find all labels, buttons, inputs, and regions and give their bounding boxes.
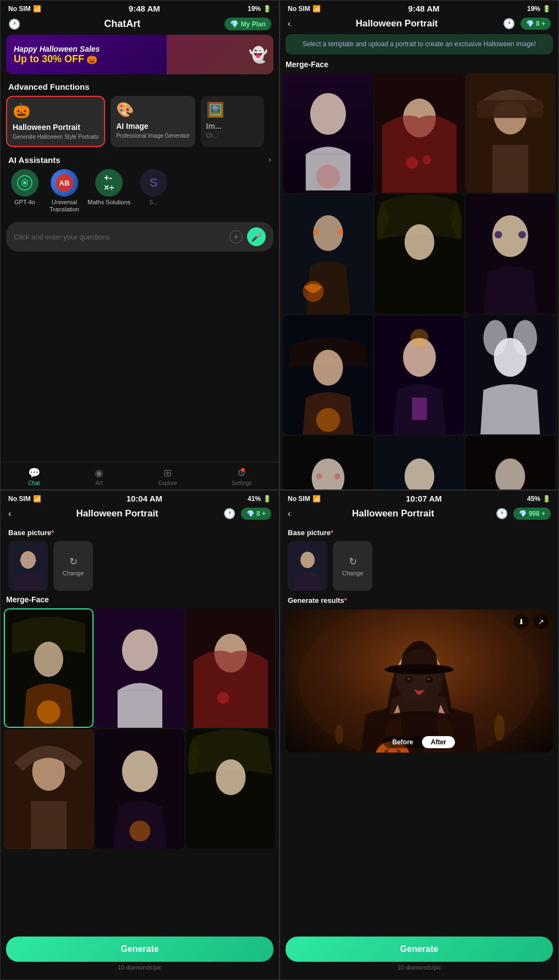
carrier-3: No SIM — [8, 495, 31, 503]
my-plan-button[interactable]: 💎 My Plan — [224, 18, 271, 30]
template-1[interactable] — [283, 73, 373, 193]
wifi-icon-2: 📶 — [313, 5, 321, 13]
battery-2: 19% 🔋 — [527, 5, 551, 13]
generate-button-4[interactable]: Generate — [286, 937, 553, 962]
svg-point-20 — [404, 224, 434, 260]
required-indicator: * — [51, 529, 54, 537]
p4-header-right: 🕐 💎 998 + — [496, 508, 551, 520]
battery-icon-4: 🔋 — [542, 495, 551, 503]
download-button[interactable]: ⬇ — [513, 614, 529, 629]
battery-3: 41% 🔋 — [248, 495, 271, 503]
search-bar[interactable]: Click and enter your questions + 🎤 — [6, 222, 273, 252]
result-overlay: Before After — [286, 732, 553, 753]
svg-point-71 — [407, 678, 410, 680]
svg-rect-13 — [478, 100, 543, 118]
history-icon[interactable]: 🕐 — [503, 18, 515, 30]
carrier-1: No SIM — [8, 5, 31, 13]
nav-settings[interactable]: ⚙ Settings — [232, 467, 251, 486]
settings-nav-label: Settings — [232, 480, 251, 486]
time-1: 9:48 AM — [129, 4, 160, 13]
template-9[interactable] — [465, 315, 555, 435]
change-button[interactable]: ↻ Change — [53, 541, 93, 591]
template-3[interactable] — [465, 73, 555, 193]
nav-chat[interactable]: 💬 Chat — [28, 467, 40, 486]
template-7[interactable] — [283, 315, 373, 435]
before-label[interactable]: Before — [383, 736, 422, 748]
function-ai-image[interactable]: 🎨 AI Image Professional Image Generator — [111, 96, 195, 147]
template-4[interactable] — [283, 194, 373, 314]
other-assistant-label: S... — [149, 199, 158, 206]
base-picture-section-4: Base picture* ↻ Change — [280, 524, 558, 595]
template-3-3[interactable] — [186, 608, 276, 728]
template-3-4[interactable] — [4, 729, 94, 849]
template-11[interactable] — [375, 436, 464, 490]
base-pic-thumbnail-4[interactable] — [288, 541, 327, 591]
function-other[interactable]: 🖼️ Im... Ch... — [201, 96, 264, 147]
template-12[interactable] — [465, 436, 555, 490]
credits-value-4: 998 + — [529, 510, 545, 518]
search-placeholder-text: Click and enter your questions — [14, 233, 225, 241]
nav-explore[interactable]: ⊞ Explore — [158, 467, 177, 486]
chat-nav-label: Chat — [28, 480, 40, 486]
ai-image-emoji: 🎨 — [116, 101, 189, 118]
template-3-2[interactable] — [95, 608, 185, 728]
back-button-4[interactable]: ‹ — [288, 509, 291, 519]
template-8[interactable] — [375, 315, 464, 435]
app-title: ChatArt — [104, 18, 140, 30]
back-button[interactable]: ‹ — [288, 19, 291, 29]
template-3-1[interactable] — [4, 608, 94, 728]
translate-icon: AB — [51, 169, 78, 197]
credits-button-3[interactable]: 💎 8 + — [241, 508, 271, 520]
art-nav-label: Art — [96, 480, 103, 486]
svg-point-1 — [23, 181, 26, 184]
assistant-gpt4o[interactable]: GPT-4o — [8, 169, 41, 213]
svg-point-64 — [300, 552, 315, 568]
svg-point-34 — [484, 320, 507, 356]
info-banner: Select a template and upload a portrait … — [286, 34, 553, 55]
add-icon[interactable]: + — [229, 230, 243, 243]
other-assistant-icon: S — [140, 169, 167, 197]
refresh-icon-4: ↻ — [349, 556, 357, 568]
svg-rect-12 — [492, 145, 528, 193]
generate-button-3[interactable]: Generate — [6, 937, 273, 962]
p2-header-right: 🕐 💎 8 + — [503, 18, 551, 30]
p1-header: 🕐 ChatArt 💎 My Plan — [1, 15, 279, 35]
change-button-4[interactable]: ↻ Change — [333, 541, 372, 591]
p4-header: ‹ Halloween Portrait 🕐 💎 998 + — [280, 505, 558, 524]
assistant-maths[interactable]: +-×÷ Maths Solutions — [87, 169, 130, 213]
time-3: 10:04 AM — [127, 494, 162, 503]
assistant-translation[interactable]: AB UniversalTranslation — [48, 169, 81, 213]
svg-point-50 — [122, 629, 157, 671]
after-label[interactable]: After — [422, 736, 455, 748]
assistant-other[interactable]: S S... — [137, 169, 170, 213]
template-3-5[interactable] — [95, 729, 185, 849]
credits-button[interactable]: 💎 8 + — [520, 18, 551, 30]
template-2[interactable] — [375, 73, 464, 193]
history-icon-3[interactable]: 🕐 — [223, 508, 235, 520]
mic-button[interactable]: 🎤 — [247, 227, 266, 246]
base-pics-row-4: ↻ Change — [288, 541, 551, 591]
result-actions: ⬇ ↗ — [513, 614, 549, 629]
halloween-banner[interactable]: Happy Halloween Sales Up to 30% OFF 🎃 👻 — [6, 35, 273, 74]
svg-rect-30 — [412, 398, 426, 420]
battery-icon-2: 🔋 — [542, 5, 551, 13]
back-button-3[interactable]: ‹ — [8, 509, 11, 519]
credits-button-4[interactable]: 💎 998 + — [513, 508, 551, 520]
ai-section-header: AI Assistants › — [1, 153, 279, 169]
before-after-toggle[interactable]: Before After — [383, 736, 455, 748]
function-halloween-portrait[interactable]: 🎃 Halloween Portrait Generate Halloween … — [6, 96, 105, 147]
history-icon-4[interactable]: 🕐 — [496, 508, 508, 520]
credits-value: 8 + — [536, 20, 545, 28]
art-icon: ◉ — [95, 467, 103, 479]
template-3-6[interactable] — [186, 729, 276, 849]
panel-halloween-templates: No SIM 📶 9:48 AM 19% 🔋 ‹ Halloween Portr… — [280, 0, 559, 490]
base-pic-thumbnail[interactable] — [8, 541, 48, 591]
template-6[interactable] — [465, 194, 555, 314]
nav-art[interactable]: ◉ Art — [95, 467, 103, 486]
wifi-icon-1: 📶 — [33, 5, 41, 13]
chevron-right-icon[interactable]: › — [268, 155, 271, 165]
template-5[interactable] — [375, 194, 464, 314]
template-10[interactable] — [283, 436, 373, 490]
share-button[interactable]: ↗ — [533, 614, 549, 629]
banner-line1: Happy Halloween Sales — [14, 45, 266, 53]
